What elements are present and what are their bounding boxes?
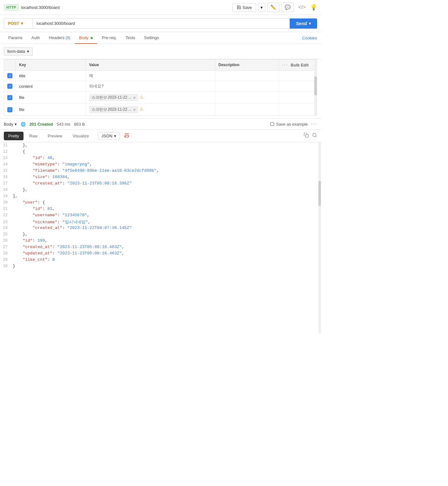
col-description: Description xyxy=(215,59,279,71)
form-scrollbar[interactable] xyxy=(314,59,317,115)
save-button[interactable]: Save xyxy=(233,3,256,12)
file-remove-1[interactable]: × xyxy=(133,95,136,100)
tab-pretty[interactable]: Pretty xyxy=(4,132,24,140)
svg-rect-2 xyxy=(306,135,309,137)
tab-cookies[interactable]: Cookies xyxy=(302,32,317,44)
save-example-icon xyxy=(270,122,275,126)
http-badge: HTTP xyxy=(4,4,19,10)
edit-icon-button[interactable]: ✏️ xyxy=(267,3,280,12)
format-select[interactable]: JSON ▾ xyxy=(98,132,120,140)
json-line-15: 15 "filename": "4f5e8490-89be-11ee-aa10-… xyxy=(0,168,321,174)
row3-checkbox[interactable]: ✓ xyxy=(7,95,12,100)
code-button[interactable]: </> xyxy=(296,3,308,12)
json-line-30: 30 } xyxy=(0,263,321,270)
row1-desc[interactable] xyxy=(215,71,279,81)
row2-value[interactable]: 되네요? xyxy=(86,81,215,92)
json-line-20: 20 "user": { xyxy=(0,200,321,206)
json-line-27: 27 "created_at": "2023-11-23T05:08:16.46… xyxy=(0,244,321,251)
json-scrollbar-thumb xyxy=(318,181,321,206)
form-table: Key Value Description ··· Bulk Edit ✓ ti… xyxy=(4,59,317,115)
url-input[interactable] xyxy=(32,18,290,29)
json-line-22: 22 "username": "12345678", xyxy=(0,212,321,219)
bulb-icon[interactable]: 💡 xyxy=(310,4,317,11)
body-active-dot xyxy=(91,37,93,39)
request-tabs: Params Auth Headers (9) Body Pre-req. Te… xyxy=(0,32,321,44)
col-bulk: ··· Bulk Edit xyxy=(279,59,317,71)
json-viewer-wrap: 11 }, 12 { 13 "id": 46, 14 "mimetype": "… xyxy=(0,142,321,333)
json-line-28: 28 "updated_at": "2023-11-23T05:08:16.46… xyxy=(0,251,321,257)
wrap-button[interactable] xyxy=(123,132,131,140)
json-viewer: 11 }, 12 { 13 "id": 46, 14 "mimetype": "… xyxy=(0,142,321,333)
url-display: localhost:3000/board xyxy=(21,5,230,10)
json-line-14: 14 "mimetype": "image/png", xyxy=(0,162,321,168)
tab-headers[interactable]: Headers (9) xyxy=(44,32,75,44)
row1-value[interactable]: 제 xyxy=(86,71,215,81)
file-warn-2: ⚠ xyxy=(139,107,144,112)
save-icon xyxy=(237,5,241,10)
more-options-button[interactable]: ··· xyxy=(282,62,288,68)
json-line-17: 17 "created_at": "2023-11-23T05:08:16.39… xyxy=(0,181,321,187)
tab-raw[interactable]: Raw xyxy=(25,132,42,140)
svg-line-4 xyxy=(316,136,316,137)
row4-value: 스크린샷 2023-11-22 ... × ⚠ xyxy=(86,104,215,116)
body-select[interactable]: Body ▾ xyxy=(4,122,17,127)
tab-preview[interactable]: Preview xyxy=(43,132,67,140)
row4-key[interactable]: file xyxy=(16,104,86,116)
json-line-18: 18 }, xyxy=(0,187,321,193)
save-dropdown-button[interactable]: ▾ xyxy=(258,3,265,12)
json-line-16: 16 "size": 168384, xyxy=(0,174,321,181)
file-remove-2[interactable]: × xyxy=(133,108,136,112)
row1-key[interactable]: title xyxy=(16,71,86,81)
json-line-23: 23 "nickname": "임시닉네임", xyxy=(0,219,321,225)
file-warn-1: ⚠ xyxy=(139,94,144,100)
json-line-21: 21 "id": 81, xyxy=(0,206,321,212)
resp-icons xyxy=(304,133,317,139)
response-tabs: Pretty Raw Preview Visualize JSON ▾ xyxy=(0,130,321,142)
tab-body[interactable]: Body xyxy=(75,32,97,44)
response-time: 543 ms xyxy=(57,122,70,127)
save-example-button[interactable]: Save as example xyxy=(270,122,308,127)
top-bar: HTTP localhost:3000/board Save ▾ ✏️ 💬 </… xyxy=(0,0,321,15)
table-row: ✓ file 스크린샷 2023-11-22 ... × ⚠ xyxy=(4,104,317,116)
svg-point-3 xyxy=(313,133,316,137)
file-chip-2: 스크린샷 2023-11-22 ... × xyxy=(89,106,138,113)
form-bar: form-data ▾ xyxy=(0,44,321,59)
json-scrollbar[interactable] xyxy=(318,142,321,333)
tab-auth[interactable]: Auth xyxy=(27,32,44,44)
response-status-bar: Body ▾ 🌐 201 Created 543 ms 863 B Save a… xyxy=(0,118,321,130)
body-type-select[interactable]: form-data ▾ xyxy=(4,47,33,56)
response-size: 863 B xyxy=(74,122,85,127)
json-line-12: 12 { xyxy=(0,149,321,155)
form-data-section: Key Value Description ··· Bulk Edit ✓ ti… xyxy=(4,59,317,116)
table-row: ✓ title 제 xyxy=(4,71,317,81)
row4-checkbox[interactable]: ✓ xyxy=(7,107,12,112)
row3-key[interactable]: file xyxy=(16,92,86,104)
tab-prereq[interactable]: Pre-req. xyxy=(97,32,121,44)
tab-settings[interactable]: Settings xyxy=(140,32,164,44)
row2-key[interactable]: content xyxy=(16,81,86,92)
more-options-btn[interactable]: ··· xyxy=(311,121,317,127)
json-line-25: 25 }, xyxy=(0,232,321,238)
send-button[interactable]: Send ▾ xyxy=(290,18,317,29)
method-select[interactable]: POST ▾ xyxy=(4,18,32,29)
json-line-26: 26 "id": 199, xyxy=(0,238,321,244)
row2-desc[interactable] xyxy=(215,81,279,92)
row1-checkbox[interactable]: ✓ xyxy=(7,73,12,78)
copy-button[interactable] xyxy=(304,133,309,139)
row3-desc[interactable] xyxy=(215,92,279,104)
tab-tests[interactable]: Tests xyxy=(121,32,139,44)
json-line-11: 11 }, xyxy=(0,142,321,149)
col-key: Key xyxy=(16,59,86,71)
tab-visualize[interactable]: Visualize xyxy=(68,132,93,140)
table-row: ✓ file 스크린샷 2023-11-22 ... × ⚠ xyxy=(4,92,317,104)
table-row: ✓ content 되네요? xyxy=(4,81,317,92)
form-scrollbar-thumb xyxy=(314,76,317,95)
method-label: POST xyxy=(8,21,19,26)
row3-value: 스크린샷 2023-11-22 ... × ⚠ xyxy=(86,92,215,104)
row2-checkbox[interactable]: ✓ xyxy=(7,84,12,89)
row4-desc[interactable] xyxy=(215,104,279,116)
comment-icon-button[interactable]: 💬 xyxy=(282,3,294,12)
json-line-13: 13 "id": 46, xyxy=(0,155,321,162)
tab-params[interactable]: Params xyxy=(4,32,27,44)
search-button[interactable] xyxy=(312,133,317,139)
